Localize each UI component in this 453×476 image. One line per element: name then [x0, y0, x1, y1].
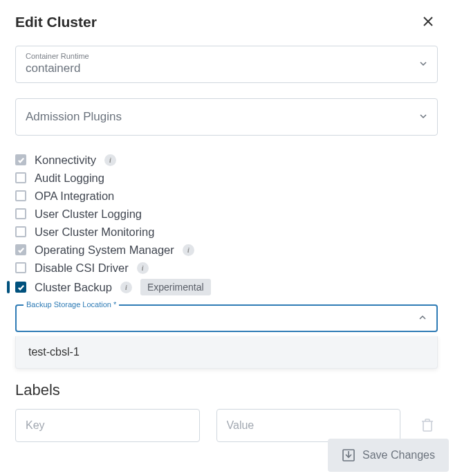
container-runtime-select[interactable]: Container Runtime containerd	[15, 46, 438, 83]
checkbox-user-cluster-monitoring[interactable]	[15, 226, 26, 237]
info-icon[interactable]: i	[183, 244, 194, 256]
checkbox-row-user-cluster-logging[interactable]: User Cluster Logging	[15, 205, 438, 223]
info-icon[interactable]: i	[104, 154, 116, 166]
checkbox-opa-integration[interactable]	[15, 190, 26, 201]
trash-icon	[421, 418, 434, 432]
chevron-down-icon	[419, 111, 427, 123]
dialog-title: Edit Cluster	[15, 14, 97, 30]
checkbox-label: Cluster Backup	[35, 281, 112, 294]
checkbox-row-audit-logging[interactable]: Audit Logging	[15, 169, 438, 187]
close-icon	[423, 16, 434, 27]
checkmark-icon	[17, 156, 25, 164]
checkbox-row-disable-csi-driver[interactable]: Disable CSI Driver i	[15, 259, 438, 277]
container-runtime-value: containerd	[26, 62, 80, 75]
save-button-label: Save Changes	[362, 449, 435, 461]
checkbox-row-opa-integration[interactable]: OPA Integration	[15, 187, 438, 205]
checkbox-operating-system-manager	[15, 244, 26, 255]
experimental-tag: Experimental	[140, 279, 211, 295]
save-changes-button[interactable]: Save Changes	[328, 439, 449, 472]
checkbox-label: Operating System Manager	[35, 244, 174, 257]
labels-heading: Labels	[15, 381, 438, 399]
checkbox-user-cluster-logging[interactable]	[15, 208, 26, 219]
backup-storage-location-select[interactable]: Backup Storage Location *	[15, 304, 438, 332]
checkbox-row-user-cluster-monitoring[interactable]: User Cluster Monitoring	[15, 223, 438, 241]
info-icon[interactable]: i	[120, 282, 132, 293]
info-icon[interactable]: i	[137, 262, 149, 274]
checkbox-row-cluster-backup[interactable]: Cluster Backup i Experimental	[15, 277, 438, 298]
checkbox-label: OPA Integration	[35, 190, 114, 203]
checkbox-row-konnectivity: Konnectivity i	[15, 151, 438, 169]
checkbox-row-operating-system-manager: Operating System Manager i	[15, 241, 438, 259]
checkbox-label: Konnectivity	[35, 154, 96, 167]
save-icon	[342, 448, 355, 462]
checkbox-label: Audit Logging	[35, 172, 104, 185]
active-indicator	[7, 281, 10, 293]
container-runtime-label: Container Runtime	[26, 52, 427, 60]
chevron-up-icon	[418, 312, 427, 324]
admission-plugins-placeholder: Admission Plugins	[26, 110, 122, 123]
checkbox-konnectivity	[15, 154, 26, 165]
feature-checkbox-list: Konnectivity i Audit Logging OPA Integra…	[15, 151, 438, 298]
checkbox-label: User Cluster Logging	[35, 208, 142, 221]
checkbox-cluster-backup[interactable]	[15, 282, 26, 293]
checkbox-label: User Cluster Monitoring	[35, 226, 154, 239]
checkbox-disable-csi-driver[interactable]	[15, 262, 26, 273]
label-key-input[interactable]	[15, 409, 200, 442]
checkmark-icon	[17, 284, 25, 291]
backup-storage-location-label: Backup Storage Location *	[24, 300, 119, 309]
checkbox-label: Disable CSI Driver	[35, 262, 129, 275]
chevron-down-icon	[419, 58, 427, 71]
admission-plugins-select[interactable]: Admission Plugins	[15, 98, 438, 136]
checkbox-audit-logging[interactable]	[15, 172, 26, 183]
backup-storage-location-option[interactable]: test-cbsl-1	[15, 336, 438, 369]
close-button[interactable]	[420, 12, 436, 32]
checkmark-icon	[17, 246, 25, 254]
